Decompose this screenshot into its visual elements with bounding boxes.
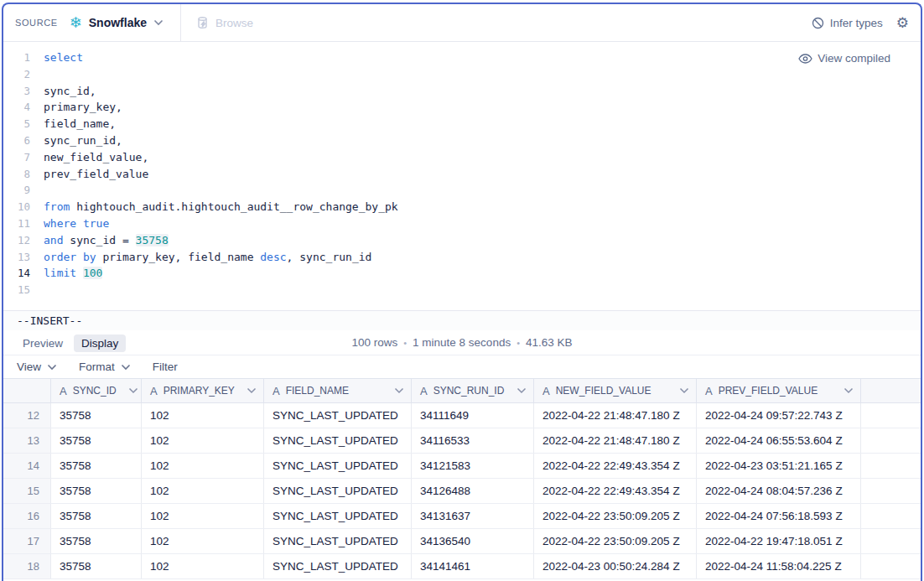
cell-sync_run_id[interactable]: 34131637 [412, 504, 534, 528]
column-header-sync_run_id[interactable]: ASYNC_RUN_ID [412, 379, 534, 402]
column-menu-chevron-icon[interactable] [128, 387, 138, 394]
column-header-sync_id[interactable]: ASYNC_ID [51, 379, 142, 402]
cell-primary_key[interactable]: 102 [142, 529, 264, 553]
line-number: 14 [3, 265, 30, 282]
line-number: 13 [3, 249, 30, 266]
column-header-new_field_value[interactable]: ANEW_FIELD_VALUE [534, 379, 697, 402]
cell-filler [861, 529, 921, 553]
column-header-prev_field_value[interactable]: APREV_FIELD_VALUE [697, 379, 861, 402]
cell-new_field_value[interactable]: 2022-04-22 21:48:47.180 Z [534, 428, 697, 453]
table-row: 1635758102SYNC_LAST_UPDATED341316372022-… [3, 504, 921, 529]
cell-sync_id[interactable]: 35758 [51, 554, 142, 578]
token-id: new_field_value, [44, 151, 148, 163]
cell-sync_run_id[interactable]: 34116533 [412, 428, 534, 453]
source-bar: SOURCE ❄ Snowflake Browse Infer types ⚙︎ [3, 4, 921, 42]
cell-sync_id[interactable]: 35758 [51, 479, 142, 503]
token-kw: order by [44, 251, 96, 263]
cell-prev_field_value[interactable]: 2022-04-24 06:55:53.604 Z [697, 428, 861, 453]
column-menu-chevron-icon[interactable] [679, 387, 689, 394]
cell-new_field_value[interactable]: 2022-04-22 22:49:43.354 Z [534, 479, 697, 503]
column-menu-chevron-icon[interactable] [394, 387, 404, 394]
cell-new_field_value[interactable]: 2022-04-22 23:50:09.205 Z [534, 529, 697, 553]
cell-sync_id[interactable]: 35758 [51, 529, 142, 553]
line-number: 6 [3, 132, 30, 149]
browse-button[interactable]: Browse [196, 16, 253, 29]
text-type-icon: A [420, 385, 428, 397]
cell-sync_id[interactable]: 35758 [51, 454, 142, 478]
column-label: NEW_FIELD_VALUE [556, 385, 651, 397]
cell-field_name[interactable]: SYNC_LAST_UPDATED [264, 479, 412, 503]
column-menu-chevron-icon[interactable] [517, 387, 527, 394]
cell-sync_run_id[interactable]: 34141461 [412, 554, 534, 578]
results-toolbar: ViewFormatFilter [3, 355, 921, 378]
cell-primary_key[interactable]: 102 [142, 479, 264, 503]
text-type-icon: A [273, 385, 280, 397]
cell-prev_field_value[interactable]: 2022-04-23 03:51:21.165 Z [697, 454, 861, 478]
view-compiled-label: View compiled [818, 52, 890, 65]
cell-sync_id[interactable]: 35758 [51, 428, 142, 453]
table-row: 1335758102SYNC_LAST_UPDATED341165332022-… [3, 428, 921, 454]
cell-field_name[interactable]: SYNC_LAST_UPDATED [264, 504, 412, 528]
tab-display[interactable]: Display [74, 335, 126, 352]
cell-new_field_value[interactable]: 2022-04-22 22:49:43.354 Z [534, 454, 697, 478]
column-header-primary_key[interactable]: APRIMARY_KEY [142, 379, 264, 402]
column-menu-chevron-icon[interactable] [247, 387, 257, 394]
gear-icon[interactable]: ⚙︎ [896, 16, 909, 30]
text-type-icon: A [542, 385, 550, 397]
cell-primary_key[interactable]: 102 [142, 504, 264, 528]
cell-new_field_value[interactable]: 2022-04-22 21:48:47.180 Z [534, 403, 697, 428]
table-row: 1835758102SYNC_LAST_UPDATED341414612022-… [3, 554, 921, 579]
token-kw: from [44, 200, 70, 213]
source-picker-dropdown[interactable]: ❄ Snowflake [70, 15, 164, 30]
toolbar-label: View [17, 361, 41, 373]
cell-primary_key[interactable]: 102 [142, 454, 264, 478]
infer-types-button[interactable]: Infer types [812, 17, 883, 29]
cell-prev_field_value[interactable]: 2022-04-24 11:58:04.225 Z [697, 554, 861, 578]
cell-new_field_value[interactable]: 2022-04-22 23:50:09.205 Z [534, 504, 697, 528]
cell-field_name[interactable]: SYNC_LAST_UPDATED [264, 403, 412, 428]
cell-sync_run_id[interactable]: 34126488 [412, 479, 534, 503]
cell-field_name[interactable]: SYNC_LAST_UPDATED [264, 529, 412, 553]
cell-sync_id[interactable]: 35758 [51, 403, 142, 428]
column-label: PREV_FIELD_VALUE [719, 385, 818, 397]
toolbar-format-button[interactable]: Format [79, 361, 131, 373]
query-editor-panel: SOURCE ❄ Snowflake Browse Infer types ⚙︎ [2, 3, 922, 581]
cell-new_field_value[interactable]: 2022-04-23 00:50:24.284 Z [534, 554, 697, 578]
column-header-field_name[interactable]: AFIELD_NAME [264, 379, 412, 402]
code-text: order by primary_key, field_name desc, s… [30, 249, 371, 266]
cell-prev_field_value[interactable]: 2022-04-22 19:47:18.051 Z [697, 529, 861, 553]
cell-field_name[interactable]: SYNC_LAST_UPDATED [264, 454, 412, 478]
cell-prev_field_value[interactable]: 2022-04-24 09:57:22.743 Z [697, 403, 861, 428]
cell-sync_id[interactable]: 35758 [51, 504, 142, 528]
cell-primary_key[interactable]: 102 [142, 403, 264, 428]
infer-types-label: Infer types [830, 17, 883, 29]
code-text: sync_run_id, [30, 132, 122, 149]
token-id: primary_key, [44, 101, 122, 113]
source-name: Snowflake [89, 16, 147, 29]
code-text: sync_id, [30, 83, 96, 100]
cell-sync_run_id[interactable]: 34111649 [412, 403, 534, 428]
source-bar-actions: Infer types ⚙︎ [812, 16, 909, 30]
cell-field_name[interactable]: SYNC_LAST_UPDATED [264, 428, 412, 453]
column-menu-chevron-icon[interactable] [844, 387, 854, 394]
toolbar-view-button[interactable]: View [17, 361, 57, 373]
token-id: hightouch_audit.hightouch_audit__row_cha… [70, 200, 397, 213]
cell-prev_field_value[interactable]: 2022-04-24 08:04:57.236 Z [697, 479, 861, 503]
sql-editor[interactable]: 1select23sync_id,4primary_key,5field_nam… [3, 42, 921, 310]
code-text [30, 182, 44, 199]
cell-sync_run_id[interactable]: 34121583 [412, 454, 534, 478]
toolbar-filter-button[interactable]: Filter [153, 361, 178, 373]
token-id: , sync_run_id [287, 251, 372, 263]
cell-primary_key[interactable]: 102 [142, 428, 264, 453]
tab-preview[interactable]: Preview [15, 335, 70, 352]
code-line: 15 [3, 282, 921, 298]
cell-prev_field_value[interactable]: 2022-04-24 07:56:18.593 Z [697, 504, 861, 528]
cell-sync_run_id[interactable]: 34136540 [412, 529, 534, 553]
view-compiled-button[interactable]: View compiled [798, 52, 890, 65]
code-line: 4primary_key, [3, 99, 921, 116]
token-num: 100 [83, 267, 102, 279]
cell-filler [861, 504, 921, 528]
cell-primary_key[interactable]: 102 [142, 554, 264, 578]
results-grid: ASYNC_IDAPRIMARY_KEYAFIELD_NAMEASYNC_RUN… [3, 378, 921, 581]
cell-field_name[interactable]: SYNC_LAST_UPDATED [264, 554, 412, 578]
